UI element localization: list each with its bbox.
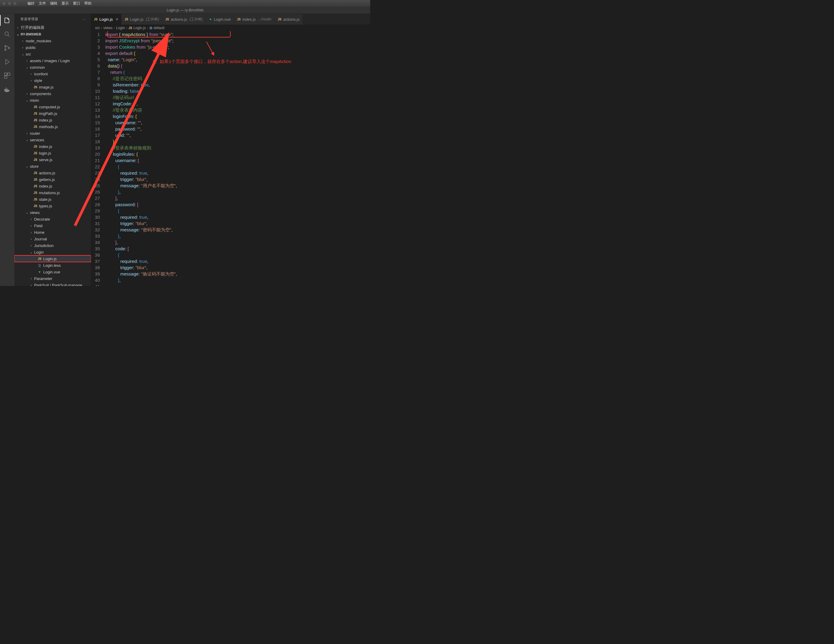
- code-content[interactable]: trigger: "blur",: [105, 220, 148, 227]
- code-line[interactable]: 28 password: [: [91, 201, 370, 208]
- code-line[interactable]: 41: [91, 283, 370, 286]
- code-line[interactable]: 22 {: [91, 163, 370, 170]
- file-item[interactable]: ›JSgetters.js: [15, 176, 91, 183]
- workspace-section[interactable]: ⌄ RY-BMSWEB: [15, 31, 91, 37]
- code-line[interactable]: 10 loading: false,: [91, 88, 370, 94]
- file-item[interactable]: ›JSlogin.js: [15, 150, 91, 156]
- code-editor[interactable]: 5、如果1个页面多个接口，就存在多个action,建议导入这个mapAction…: [91, 31, 370, 286]
- mac-menu-item[interactable]: 编辑: [50, 1, 57, 6]
- breadcrumb-item[interactable]: default: [154, 26, 165, 30]
- explorer-icon[interactable]: [3, 16, 11, 24]
- mac-menu-item[interactable]: 帮助: [84, 1, 92, 6]
- mac-menu-item[interactable]: 窗口: [73, 1, 80, 6]
- code-line[interactable]: 32 message: "密码不能为空",: [91, 227, 370, 233]
- code-content[interactable]: trigger: "blur",: [105, 264, 148, 271]
- folder-item[interactable]: › Parameter: [15, 275, 91, 282]
- code-line[interactable]: 34 ],: [91, 239, 370, 246]
- code-line[interactable]: 21 username: [: [91, 157, 370, 163]
- file-item[interactable]: ›▼Login.vue: [15, 269, 91, 275]
- code-content[interactable]: //登录表单内容: [105, 107, 142, 113]
- code-content[interactable]: password: "",: [105, 126, 142, 132]
- more-icon[interactable]: ···: [82, 18, 86, 21]
- code-content[interactable]: ],: [105, 239, 118, 246]
- code-content[interactable]: //是否记住密码: [105, 75, 142, 82]
- code-line[interactable]: 27 ],: [91, 195, 370, 201]
- code-line[interactable]: 23 required: true,: [91, 170, 370, 176]
- folder-item[interactable]: › components: [15, 90, 91, 97]
- code-content[interactable]: password: [: [105, 201, 138, 208]
- code-content[interactable]: uuid: "",: [105, 132, 131, 138]
- editor-tab[interactable]: JSactions.js(工作树): [162, 14, 206, 24]
- code-content[interactable]: export default {: [105, 50, 135, 57]
- folder-item[interactable]: › Home: [15, 229, 91, 236]
- code-line[interactable]: 11 //验证码url: [91, 94, 370, 100]
- editor-tab[interactable]: ▼Login.vue: [206, 14, 234, 24]
- code-content[interactable]: {: [105, 208, 120, 214]
- file-item[interactable]: ›JSindex.js: [15, 183, 91, 189]
- code-content[interactable]: loading: false,: [105, 88, 141, 94]
- code-line[interactable]: 29 {: [91, 208, 370, 214]
- folder-item[interactable]: › Journal: [15, 236, 91, 242]
- close-icon[interactable]: ×: [116, 17, 118, 22]
- code-content[interactable]: import Cookies from "js-cookie";: [105, 44, 169, 50]
- code-line[interactable]: 35 code: [: [91, 246, 370, 252]
- breadcrumb-item[interactable]: src: [95, 26, 100, 30]
- debug-icon[interactable]: [3, 58, 11, 66]
- code-line[interactable]: 3import Cookies from "js-cookie";: [91, 44, 370, 50]
- code-line[interactable]: 9 isRemember: true,: [91, 82, 370, 88]
- code-line[interactable]: 16 password: "",: [91, 126, 370, 132]
- docker-icon[interactable]: [3, 85, 11, 94]
- breadcrumb-item[interactable]: Login: [116, 26, 125, 30]
- folder-item[interactable]: ⌄ src: [15, 51, 91, 57]
- code-content[interactable]: },: [105, 189, 121, 195]
- code-line[interactable]: 7 return {: [91, 69, 370, 75]
- breadcrumbs[interactable]: src › views › Login ›JS Login.js ›⊞ defa…: [91, 24, 370, 31]
- code-content[interactable]: {: [105, 252, 120, 258]
- code-line[interactable]: 24 trigger: "blur",: [91, 176, 370, 183]
- code-content[interactable]: import { mapActions } from "vuex";: [105, 31, 173, 37]
- folder-item[interactable]: › public: [15, 44, 91, 51]
- editor-tab[interactable]: JSindex.js.../router: [234, 14, 275, 24]
- file-item[interactable]: ›JSserve.js: [15, 156, 91, 163]
- code-line[interactable]: 30 required: true,: [91, 214, 370, 220]
- mac-menu-item[interactable]: 显示: [61, 1, 69, 6]
- code-line[interactable]: 20 loginRules: {: [91, 151, 370, 157]
- file-item[interactable]: ›JStypes.js: [15, 202, 91, 209]
- file-item[interactable]: ›JSimgPath.js: [15, 110, 91, 117]
- code-content[interactable]: },: [105, 138, 115, 145]
- source-control-icon[interactable]: [3, 44, 11, 52]
- file-item[interactable]: ›JSLogin.js: [15, 256, 91, 262]
- code-line[interactable]: 36 {: [91, 252, 370, 258]
- code-content[interactable]: loginForm: {: [105, 113, 137, 120]
- code-line[interactable]: 14 loginForm: {: [91, 113, 370, 120]
- code-line[interactable]: 37 required: true,: [91, 258, 370, 264]
- file-item[interactable]: ›JScomputed.js: [15, 104, 91, 110]
- code-line[interactable]: 40 },: [91, 277, 370, 283]
- extensions-icon[interactable]: [3, 71, 11, 80]
- code-content[interactable]: [105, 283, 115, 286]
- code-content[interactable]: trigger: "blur",: [105, 176, 148, 183]
- code-content[interactable]: return {: [105, 69, 125, 75]
- code-line[interactable]: 8 //是否记住密码: [91, 75, 370, 82]
- code-content[interactable]: required: true,: [105, 214, 148, 220]
- code-content[interactable]: message: "用户名不能为空",: [105, 183, 177, 189]
- code-content[interactable]: message: "验证码不能为空",: [105, 271, 177, 277]
- code-content[interactable]: },: [105, 277, 121, 283]
- code-content[interactable]: ],: [105, 195, 118, 201]
- editor-tab[interactable]: JSLogin.js(工作树): [121, 14, 162, 24]
- code-line[interactable]: 13 //登录表单内容: [91, 107, 370, 113]
- code-content[interactable]: username: [: [105, 157, 139, 163]
- code-content[interactable]: loginRules: {: [105, 151, 138, 157]
- traffic-lights[interactable]: [2, 2, 16, 5]
- file-item[interactable]: ›JSimage.js: [15, 84, 91, 90]
- code-line[interactable]: 25 message: "用户名不能为空",: [91, 183, 370, 189]
- code-content[interactable]: data() {: [105, 63, 123, 69]
- file-item[interactable]: ›JSindex.js: [15, 143, 91, 150]
- code-content[interactable]: message: "密码不能为空",: [105, 227, 173, 233]
- file-item[interactable]: ›{}Login.less: [15, 262, 91, 269]
- editor-tab[interactable]: JSactions.js: [275, 14, 303, 24]
- code-content[interactable]: //验证码url: [105, 94, 134, 100]
- code-line[interactable]: 26 },: [91, 189, 370, 195]
- code-line[interactable]: 38 trigger: "blur",: [91, 264, 370, 271]
- code-line[interactable]: 33 },: [91, 233, 370, 239]
